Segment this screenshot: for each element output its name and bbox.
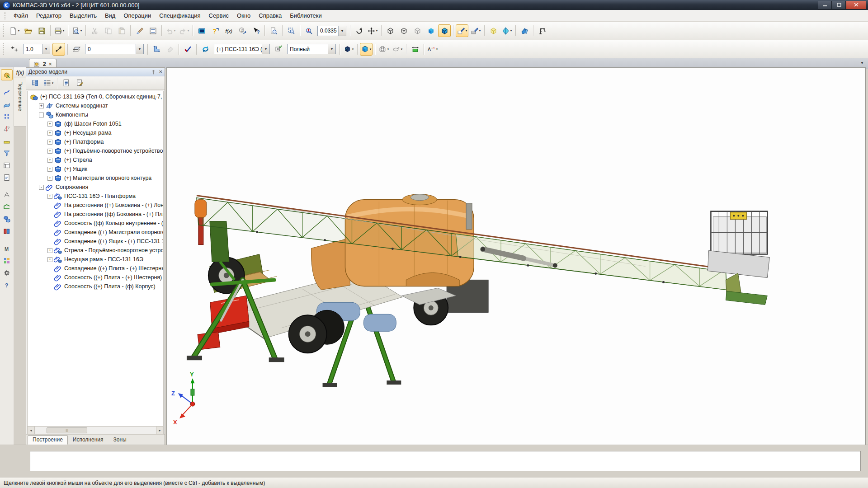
filters-button[interactable] xyxy=(1,147,13,159)
display-mode-extra-button[interactable]: ▾ xyxy=(342,43,355,56)
tree-item[interactable]: +(+) Ящик xyxy=(28,164,163,174)
menu-item[interactable]: Библиотеки xyxy=(286,11,326,20)
simplified-display-button[interactable]: ▾ xyxy=(456,24,468,37)
tree-item[interactable]: Совпадение ((+) Магистрали опорного xyxy=(28,228,163,237)
tooltip-help-button[interactable]: ? xyxy=(209,24,222,37)
tree-item[interactable]: Соосность ((+) Плита - (ф) Корпус) xyxy=(28,282,163,291)
tree-item[interactable]: +Стрела - Подъёмно-поворотное устрой xyxy=(28,246,163,255)
dropdown-caret-icon[interactable]: ▾ xyxy=(174,29,176,33)
spatial-curves-button[interactable] xyxy=(1,86,13,98)
tolerance-display-button[interactable]: A±1▾ xyxy=(426,43,439,56)
tree-structure-button[interactable] xyxy=(28,77,41,89)
surfaces-button[interactable] xyxy=(1,99,13,110)
tree-item[interactable]: -Сопряжения xyxy=(28,183,163,192)
property-bar[interactable] xyxy=(30,451,861,471)
tree-item[interactable]: На расстоянии ((ф) Боковина - (+) Пла xyxy=(28,210,163,219)
specification-button[interactable] xyxy=(1,160,13,171)
offset-plane-button[interactable] xyxy=(70,43,83,56)
tree-item[interactable]: Совпадение ((+) Плита - (+) Шестерня xyxy=(28,264,163,273)
measurements-3d-button[interactable] xyxy=(1,135,13,146)
auxiliary-geometry-button[interactable] xyxy=(1,123,13,134)
measure-button[interactable] xyxy=(409,43,421,56)
tree-item[interactable]: (+) ПСС-131 16Э (Тел-0, Сборочных единиц… xyxy=(28,92,163,101)
dropdown-caret-icon[interactable]: ▾ xyxy=(188,29,189,33)
detail-level-combo[interactable]: Полный▼ xyxy=(287,44,336,54)
tree-expander-icon[interactable]: + xyxy=(47,131,52,136)
tree-item[interactable]: Соосность ((+) Плита - (+) Шестерня) xyxy=(28,273,163,282)
tree-expander-icon[interactable]: + xyxy=(47,194,52,199)
tree-display-options-button[interactable]: ▾ xyxy=(42,77,55,89)
tree-expander-icon[interactable]: + xyxy=(47,140,52,145)
tree-item[interactable]: На расстоянии ((+) Боковина - (+) Лон xyxy=(28,201,163,210)
tab-close-icon[interactable]: × xyxy=(49,61,52,67)
hidden-lines-display-button[interactable] xyxy=(397,24,410,37)
zoom-by-area-button[interactable] xyxy=(267,24,280,37)
tree-item[interactable]: +ПСС-131 16Э - Платформа xyxy=(28,192,163,201)
dropdown-caret-icon[interactable]: ▾ xyxy=(18,29,20,33)
tree-expander-icon[interactable]: + xyxy=(47,149,52,154)
copy-properties-button[interactable] xyxy=(133,24,146,37)
dropdown-caret-icon[interactable]: ▾ xyxy=(387,47,389,51)
dropdown-caret-icon[interactable]: ▾ xyxy=(479,29,481,33)
build-report-button[interactable] xyxy=(73,77,86,89)
rotate-view-button[interactable] xyxy=(353,24,365,37)
new-document-button[interactable]: ▾ xyxy=(8,24,21,37)
viewport-3d[interactable]: Y Z X xyxy=(166,67,866,445)
copy-button[interactable] xyxy=(102,24,114,37)
dimension-box-button[interactable] xyxy=(487,24,500,37)
wireframe-display-button[interactable] xyxy=(384,24,396,37)
settings-panel-button[interactable] xyxy=(1,267,13,278)
menu-item[interactable]: Вид xyxy=(101,11,120,20)
zoom-in-out-button[interactable] xyxy=(302,24,315,37)
sheet-metal-button[interactable] xyxy=(1,201,13,212)
tree-expander-icon[interactable]: - xyxy=(39,113,44,117)
dropdown-arrow-icon[interactable]: ▼ xyxy=(136,44,143,54)
dropdown-caret-icon[interactable]: ▾ xyxy=(466,29,467,33)
tree-item[interactable]: +(+) Несущая рама xyxy=(28,128,163,137)
menu-item[interactable]: Операции xyxy=(119,11,155,20)
dropdown-arrow-icon[interactable]: ▼ xyxy=(42,44,50,54)
dropdown-caret-icon[interactable]: ▾ xyxy=(52,81,54,85)
scroll-left-icon[interactable]: ◄ xyxy=(28,427,35,434)
saved-views-button[interactable]: ▾ xyxy=(377,43,390,56)
display-options-button[interactable]: ▾ xyxy=(469,24,482,37)
scroll-right-icon[interactable]: ► xyxy=(156,427,163,434)
tree-item[interactable]: +(+) Подъёмно-поворотное устройство xyxy=(28,146,163,155)
component-properties-button[interactable] xyxy=(272,43,285,56)
snap-settings-button[interactable] xyxy=(8,43,21,56)
close-button[interactable] xyxy=(846,1,866,9)
dropdown-caret-icon[interactable]: ▾ xyxy=(436,47,438,51)
dropdown-caret-icon[interactable]: ▾ xyxy=(63,29,65,33)
sketch-edit-button[interactable] xyxy=(150,43,163,56)
tree-tab-Построение[interactable]: Построение xyxy=(28,435,68,445)
minimize-button[interactable] xyxy=(818,1,832,9)
tree-hscrollbar[interactable]: ◄ ||| ► xyxy=(27,427,164,434)
model-section-button[interactable] xyxy=(518,24,531,37)
dropdown-caret-icon[interactable]: ▾ xyxy=(80,29,82,33)
dropdown-arrow-icon[interactable]: ▼ xyxy=(262,44,269,54)
tree-item[interactable]: Совпадение ((+) Ящик - (+) ПСС-131 1 xyxy=(28,237,163,246)
menu-item[interactable]: Спецификация xyxy=(155,11,204,20)
components-panel-button[interactable] xyxy=(1,213,13,225)
reports-button[interactable] xyxy=(1,172,13,183)
dropdown-arrow-icon[interactable]: ▼ xyxy=(328,44,335,54)
menu-item[interactable]: Сервис xyxy=(205,11,233,20)
design-elements-button[interactable] xyxy=(1,189,13,200)
dropdown-arrow-icon[interactable]: ▼ xyxy=(338,26,346,36)
dropdown-caret-icon[interactable]: ▾ xyxy=(376,29,378,33)
relations-report-button[interactable] xyxy=(60,77,72,89)
context-help-button[interactable]: ? xyxy=(250,24,262,37)
tree-item[interactable]: -Компоненты xyxy=(28,110,163,119)
tree-expander-icon[interactable]: - xyxy=(39,185,44,190)
edit-in-place-button[interactable] xyxy=(199,43,212,56)
pin-icon[interactable] xyxy=(151,69,156,75)
help-panel-button[interactable]: ? xyxy=(1,279,13,291)
zoom-by-frame-button[interactable] xyxy=(285,24,297,37)
tab-list-dropdown-icon[interactable]: ▼ xyxy=(860,61,864,65)
edit-part-button[interactable] xyxy=(1,69,13,80)
macros-button[interactable]: M xyxy=(1,243,13,254)
tree-expander-icon[interactable]: + xyxy=(47,176,52,181)
tree-item[interactable]: +(+) Платформа xyxy=(28,137,163,146)
tree-item[interactable]: +(ф) Шасси Foton 1051 xyxy=(28,119,163,128)
tree-expander-icon[interactable]: + xyxy=(47,158,52,163)
